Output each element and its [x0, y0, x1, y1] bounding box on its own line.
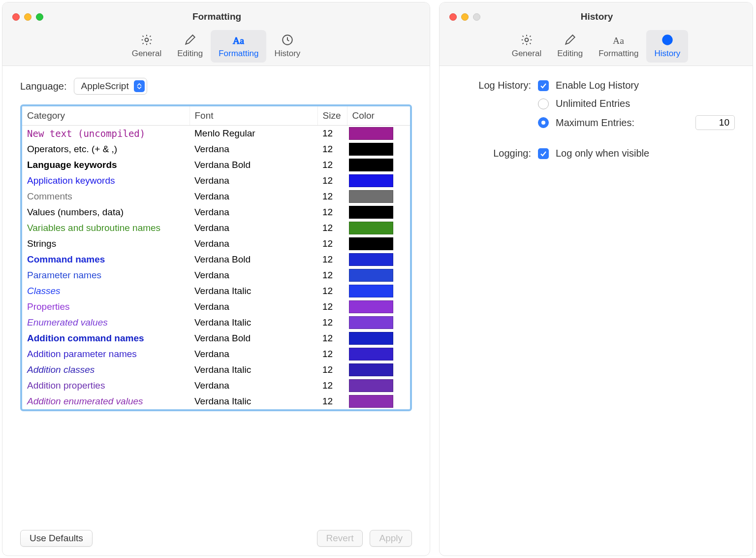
log-visible-checkbox[interactable]	[538, 148, 549, 159]
pencil-icon	[563, 33, 577, 47]
cell-color	[347, 236, 410, 252]
cell-color	[347, 173, 410, 189]
table-row[interactable]: Enumerated valuesVerdana Italic12	[22, 315, 410, 330]
titlebar: History General Editing Aa Formatting	[440, 2, 753, 66]
cell-size: 12	[317, 173, 347, 189]
table-row[interactable]: Parameter namesVerdana12	[22, 267, 410, 283]
tab-editing[interactable]: Editing	[549, 30, 591, 63]
table-row[interactable]: Addition enumerated valuesVerdana Italic…	[22, 394, 410, 409]
col-category[interactable]: Category	[22, 106, 189, 126]
table-row[interactable]: Operators, etc. (+ & ,)Verdana12	[22, 141, 410, 157]
svg-point-3	[525, 38, 528, 42]
color-swatch[interactable]	[349, 332, 393, 345]
table-row[interactable]: StringsVerdana12	[22, 236, 410, 252]
color-swatch[interactable]	[349, 127, 393, 140]
gear-icon	[520, 33, 534, 47]
cell-category: Values (numbers, data)	[22, 204, 189, 220]
table-row[interactable]: ClassesVerdana Italic12	[22, 283, 410, 299]
cell-category: Addition properties	[22, 378, 189, 394]
table-row[interactable]: CommentsVerdana12	[22, 189, 410, 204]
tab-formatting[interactable]: Aa Formatting	[211, 30, 266, 63]
unlimited-radio[interactable]	[538, 98, 549, 109]
maximum-radio[interactable]	[538, 117, 549, 128]
cell-color	[347, 204, 410, 220]
col-color[interactable]: Color	[347, 106, 410, 126]
updown-icon	[134, 80, 145, 92]
color-swatch[interactable]	[349, 222, 393, 234]
cell-size: 12	[317, 299, 347, 315]
tab-editing[interactable]: Editing	[169, 30, 211, 63]
language-value: AppleScript	[81, 81, 129, 92]
cell-color	[347, 141, 410, 157]
formatting-table[interactable]: Category Font Size Color New text (uncom…	[20, 104, 412, 411]
color-swatch[interactable]	[349, 285, 393, 297]
cell-font: Verdana Bold	[189, 157, 317, 173]
history-body: Log History: Enable Log History Unlimite…	[440, 66, 753, 180]
color-swatch[interactable]	[349, 143, 393, 156]
revert-button[interactable]: Revert	[317, 530, 363, 547]
cell-color	[347, 394, 410, 409]
cell-size: 12	[317, 189, 347, 204]
color-swatch[interactable]	[349, 395, 393, 408]
aa-icon: Aa	[612, 33, 626, 47]
language-label: Language:	[20, 81, 67, 92]
cell-color	[347, 330, 410, 346]
cell-color	[347, 283, 410, 299]
cell-font: Verdana	[189, 299, 317, 315]
logging-label: Logging:	[457, 148, 531, 159]
tab-general[interactable]: General	[504, 30, 549, 63]
color-swatch[interactable]	[349, 300, 393, 313]
table-row[interactable]: Addition command namesVerdana Bold12	[22, 330, 410, 346]
color-swatch[interactable]	[349, 379, 393, 392]
use-defaults-button[interactable]: Use Defaults	[20, 530, 93, 547]
table-row[interactable]: Addition propertiesVerdana12	[22, 378, 410, 394]
table-row[interactable]: Addition classesVerdana Italic12	[22, 362, 410, 378]
tab-label: Editing	[177, 49, 203, 59]
color-swatch[interactable]	[349, 237, 393, 250]
color-swatch[interactable]	[349, 269, 393, 282]
color-swatch[interactable]	[349, 348, 393, 361]
enable-log-checkbox[interactable]	[538, 80, 549, 91]
color-swatch[interactable]	[349, 174, 393, 187]
col-font[interactable]: Font	[189, 106, 317, 126]
table-row[interactable]: PropertiesVerdana12	[22, 299, 410, 315]
col-size[interactable]: Size	[317, 106, 347, 126]
cell-category: Addition classes	[22, 362, 189, 378]
cell-size: 12	[317, 330, 347, 346]
table-row[interactable]: New text (uncompiled)Menlo Regular12	[22, 126, 410, 142]
max-entries-field[interactable]	[695, 115, 735, 130]
tab-formatting[interactable]: Aa Formatting	[591, 30, 646, 63]
table-row[interactable]: Values (numbers, data)Verdana12	[22, 204, 410, 220]
apply-button[interactable]: Apply	[370, 530, 412, 547]
log-history-label: Log History:	[457, 80, 531, 91]
table-row[interactable]: Command namesVerdana Bold12	[22, 252, 410, 267]
table-row[interactable]: Application keywordsVerdana12	[22, 173, 410, 189]
cell-color	[347, 362, 410, 378]
color-swatch[interactable]	[349, 363, 393, 376]
cell-font: Verdana Italic	[189, 362, 317, 378]
color-swatch[interactable]	[349, 253, 393, 266]
color-swatch[interactable]	[349, 190, 393, 203]
cell-size: 12	[317, 157, 347, 173]
table-row[interactable]: Addition parameter namesVerdana12	[22, 346, 410, 362]
color-swatch[interactable]	[349, 206, 393, 219]
tab-label: General	[512, 49, 541, 59]
tab-label: History	[274, 49, 300, 59]
tab-history[interactable]: History	[646, 30, 688, 63]
language-select[interactable]: AppleScript	[74, 78, 147, 95]
tab-general[interactable]: General	[124, 30, 169, 63]
cell-category: Language keywords	[22, 157, 189, 173]
cell-font: Verdana	[189, 173, 317, 189]
unlimited-text: Unlimited Entries	[556, 98, 630, 109]
table-row[interactable]: Language keywordsVerdana Bold12	[22, 157, 410, 173]
tab-label: Formatting	[219, 49, 258, 59]
cell-font: Menlo Regular	[189, 126, 317, 142]
table-row[interactable]: Variables and subroutine namesVerdana12	[22, 220, 410, 236]
tab-history[interactable]: History	[266, 30, 308, 63]
formatting-window: Formatting General Editing Aa Formatting	[2, 2, 430, 556]
cell-color	[347, 189, 410, 204]
cell-size: 12	[317, 362, 347, 378]
color-swatch[interactable]	[349, 316, 393, 329]
cell-category: Addition parameter names	[22, 346, 189, 362]
color-swatch[interactable]	[349, 159, 393, 171]
